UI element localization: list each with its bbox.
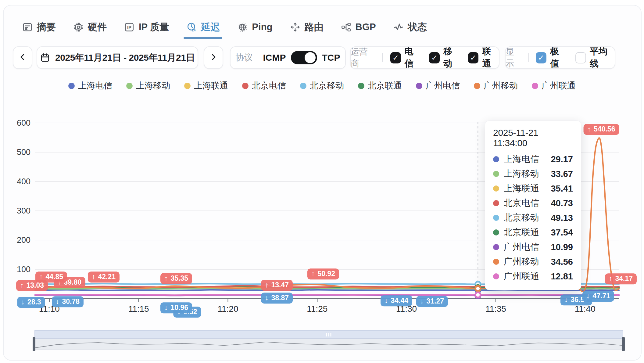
badge-value: 34.17	[615, 275, 633, 283]
svg-text:100: 100	[17, 265, 30, 274]
tooltip-row: 北京联通37.54	[493, 225, 573, 240]
arrow-up-icon: ↑	[39, 273, 43, 281]
badge-value: 30.78	[62, 297, 80, 306]
extreme-badge-max: ↑540.56	[584, 124, 619, 135]
brush-minimap[interactable]	[34, 339, 623, 350]
series-value: 34.56	[551, 257, 573, 267]
svg-text:600: 600	[17, 118, 30, 128]
series-dot	[493, 259, 499, 265]
arrow-down-icon: ↓	[21, 298, 25, 307]
series-name: 上海移动	[504, 168, 539, 180]
badge-value: 28.3	[27, 298, 41, 307]
series-value: 29.17	[551, 154, 573, 164]
extreme-badge-min: ↓47.71	[582, 291, 614, 302]
series-value: 37.54	[551, 228, 573, 238]
arrow-up-icon: ↑	[164, 274, 168, 283]
svg-text:200: 200	[17, 235, 30, 245]
svg-text:11:15: 11:15	[128, 304, 149, 314]
tooltip-row: 上海联通35.41	[493, 181, 573, 196]
badge-value: 42.21	[98, 273, 116, 281]
series-name: 广州移动	[504, 256, 539, 268]
series-name: 北京联通	[504, 226, 539, 239]
arrow-up-icon: ↑	[609, 275, 613, 283]
extreme-badge-min: ↓34.44	[381, 295, 412, 306]
series-dot	[493, 273, 499, 279]
extreme-badge-max: ↑35.35	[160, 273, 192, 284]
series-name: 上海电信	[504, 153, 539, 165]
badge-value: 13.47	[271, 281, 289, 289]
series-name: 广州联通	[504, 270, 539, 282]
series-name: 上海联通	[504, 182, 539, 195]
series-dot	[493, 229, 499, 235]
arrow-down-icon: ↓	[385, 297, 388, 305]
extreme-badge-max: ↑44.85	[35, 271, 67, 282]
extreme-badge-min: ↓38.87	[261, 293, 293, 304]
series-value: 40.73	[551, 198, 573, 208]
arrow-down-icon: ↓	[586, 292, 590, 300]
svg-text:500: 500	[17, 148, 30, 157]
series-value: 35.41	[551, 184, 573, 194]
svg-text:11:35: 11:35	[485, 304, 506, 314]
badge-value: 47.71	[592, 292, 610, 300]
series-dot	[493, 185, 499, 192]
minimap-sparkline	[35, 339, 623, 350]
series-name: 北京电信	[504, 197, 539, 209]
series-value: 12.81	[551, 271, 573, 282]
tooltip-row: 上海电信29.17	[493, 152, 573, 167]
extreme-badge-min: ↓10.96	[160, 302, 192, 313]
badge-value: 13.03	[26, 281, 44, 290]
extreme-badge-min: ↓30.78	[52, 296, 84, 307]
series-value: 49.13	[551, 213, 573, 223]
extreme-badge-min: ↓31.27	[416, 296, 448, 307]
series-dot	[493, 215, 499, 221]
tooltip-row: 上海移动33.67	[493, 167, 573, 181]
brush-grip-icon[interactable]	[326, 333, 331, 336]
badge-value: 34.44	[391, 297, 408, 305]
arrow-down-icon: ↓	[564, 296, 568, 304]
svg-text:11:40: 11:40	[575, 304, 596, 314]
svg-text:11:25: 11:25	[307, 304, 327, 314]
badge-value: 35.35	[170, 274, 188, 283]
series-dot	[493, 244, 499, 250]
svg-text:300: 300	[17, 206, 30, 215]
tooltip-row: 广州联通12.81	[493, 269, 573, 284]
tooltip-row: 广州电信10.99	[493, 240, 573, 254]
arrow-up-icon: ↑	[20, 281, 24, 290]
extreme-badge-max: ↑42.21	[88, 271, 120, 282]
data-zoom-brush[interactable]	[33, 330, 624, 350]
badge-value: 38.87	[271, 294, 289, 302]
arrow-up-icon: ↑	[265, 281, 269, 289]
series-name: 北京移动	[504, 212, 539, 224]
badge-value: 50.92	[317, 270, 335, 278]
tooltip-row: 北京移动49.13	[493, 210, 573, 225]
extreme-badge-max: ↑34.17	[605, 273, 637, 284]
brush-handle-left[interactable]	[33, 337, 35, 351]
arrow-down-icon: ↓	[420, 297, 424, 306]
series-dot	[493, 171, 499, 177]
badge-value: 540.56	[594, 125, 615, 134]
arrow-up-icon: ↑	[92, 273, 95, 281]
svg-text:11:20: 11:20	[217, 304, 238, 314]
extreme-badge-min: ↓28.3	[17, 297, 45, 308]
chart-tooltip: 2025-11-21 11:34:00 上海电信29.17上海移动33.67上海…	[485, 120, 581, 290]
arrow-up-icon: ↑	[588, 125, 591, 134]
arrow-down-icon: ↓	[164, 304, 168, 312]
tooltip-timestamp: 2025-11-21 11:34:00	[493, 128, 573, 148]
arrow-up-icon: ↑	[311, 270, 315, 278]
badge-value: 44.85	[45, 273, 63, 281]
arrow-down-icon: ↓	[56, 297, 59, 306]
series-dot	[493, 200, 499, 206]
series-value: 10.99	[551, 242, 573, 252]
badge-value: 10.96	[170, 304, 188, 312]
brush-handle-right[interactable]	[622, 337, 625, 351]
extreme-badge-max: ↑50.92	[307, 268, 339, 279]
extreme-badge-max: ↑13.47	[261, 280, 293, 291]
arrow-down-icon: ↓	[265, 294, 269, 302]
tooltip-row: 北京电信40.73	[493, 196, 573, 210]
brush-scrollbar-track[interactable]	[34, 330, 623, 339]
series-value: 33.67	[551, 169, 573, 179]
badge-value: 31.27	[426, 297, 444, 306]
series-dot	[493, 156, 499, 162]
svg-text:400: 400	[17, 177, 30, 186]
tooltip-row: 广州移动34.56	[493, 254, 573, 269]
